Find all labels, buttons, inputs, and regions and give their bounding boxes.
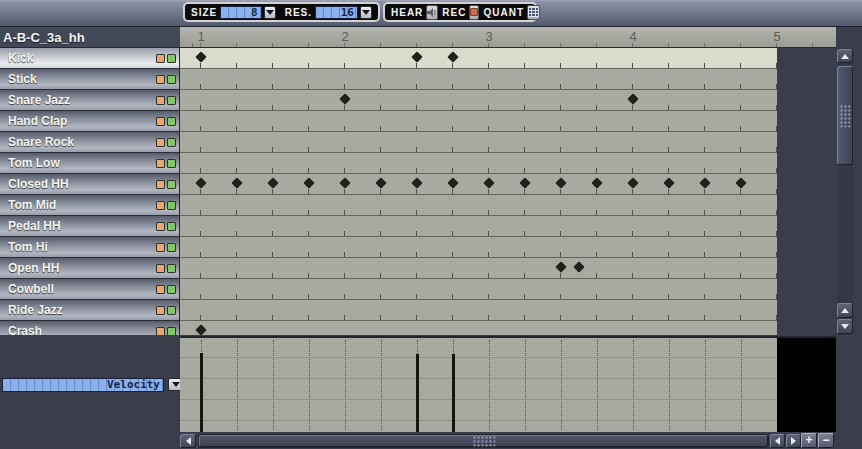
note-grid-row[interactable] <box>180 132 777 153</box>
scroll-left-button-right[interactable] <box>770 434 785 448</box>
note-grid-row[interactable] <box>180 321 777 335</box>
note[interactable] <box>519 177 530 188</box>
solo-button[interactable] <box>167 285 176 294</box>
mute-button[interactable] <box>156 54 165 63</box>
mute-button[interactable] <box>156 327 165 336</box>
note-grid-row[interactable] <box>180 111 777 132</box>
mute-button[interactable] <box>156 285 165 294</box>
solo-button[interactable] <box>167 138 176 147</box>
note[interactable] <box>339 177 350 188</box>
mute-button[interactable] <box>156 96 165 105</box>
note[interactable] <box>411 177 422 188</box>
note[interactable] <box>231 177 242 188</box>
vertical-scrollbar-thumb[interactable] <box>837 66 853 165</box>
note-grid[interactable] <box>180 48 777 335</box>
timeline-ruler[interactable]: 12345 <box>180 27 836 48</box>
note-grid-row[interactable] <box>180 300 777 321</box>
size-value-lcd[interactable]: 8 <box>220 6 261 19</box>
instrument-row[interactable]: Stick <box>0 69 180 90</box>
instrument-row[interactable]: Pedal HH <box>0 216 180 237</box>
zoom-in-button[interactable]: + <box>801 433 817 448</box>
mute-button[interactable] <box>156 222 165 231</box>
note[interactable] <box>555 177 566 188</box>
instrument-row[interactable]: Tom Hi <box>0 237 180 258</box>
record-events-button[interactable] <box>469 5 479 20</box>
solo-button[interactable] <box>167 243 176 252</box>
note-grid-row[interactable] <box>180 195 777 216</box>
note[interactable] <box>627 93 638 104</box>
instrument-row[interactable]: Kick <box>0 48 180 69</box>
note[interactable] <box>447 51 458 62</box>
instrument-row[interactable]: Open HH <box>0 258 180 279</box>
instrument-row[interactable]: Tom Mid <box>0 195 180 216</box>
note-grid-row[interactable] <box>180 258 777 279</box>
note[interactable] <box>303 177 314 188</box>
note[interactable] <box>699 177 710 188</box>
instrument-row[interactable]: Ride Jazz <box>0 300 180 321</box>
horizontal-scrollbar-track[interactable] <box>198 434 769 448</box>
note-grid-row[interactable] <box>180 237 777 258</box>
solo-button[interactable] <box>167 54 176 63</box>
note[interactable] <box>195 324 206 335</box>
note-grid-row[interactable] <box>180 48 777 69</box>
solo-button[interactable] <box>167 306 176 315</box>
res-value-lcd[interactable]: 16 <box>315 6 358 19</box>
velocity-editor[interactable] <box>180 336 777 432</box>
note-grid-row[interactable] <box>180 90 777 111</box>
hear-notes-button[interactable] <box>426 5 438 20</box>
solo-button[interactable] <box>167 117 176 126</box>
scroll-right-button[interactable] <box>786 434 801 448</box>
solo-button[interactable] <box>167 327 176 336</box>
mute-button[interactable] <box>156 75 165 84</box>
scroll-up-button[interactable] <box>837 49 853 63</box>
note-property-lcd[interactable]: Velocity <box>2 378 164 392</box>
mute-button[interactable] <box>156 117 165 126</box>
scroll-left-button[interactable] <box>180 434 196 448</box>
instrument-row[interactable]: Crash <box>0 321 180 335</box>
instrument-row[interactable]: Snare Jazz <box>0 90 180 111</box>
note-grid-row[interactable] <box>180 216 777 237</box>
mute-button[interactable] <box>156 180 165 189</box>
note[interactable] <box>267 177 278 188</box>
note-grid-row[interactable] <box>180 279 777 300</box>
instrument-row[interactable]: Hand Clap <box>0 111 180 132</box>
instrument-row[interactable]: Closed HH <box>0 174 180 195</box>
note[interactable] <box>573 261 584 272</box>
size-dropdown-button[interactable] <box>264 6 276 19</box>
velocity-bar[interactable] <box>416 354 419 432</box>
horizontal-scrollbar-thumb[interactable] <box>199 435 768 447</box>
solo-button[interactable] <box>167 159 176 168</box>
instrument-row[interactable]: Tom Low <box>0 153 180 174</box>
note[interactable] <box>483 177 494 188</box>
note[interactable] <box>627 177 638 188</box>
note[interactable] <box>195 177 206 188</box>
velocity-bar[interactable] <box>452 354 455 432</box>
solo-button[interactable] <box>167 180 176 189</box>
note[interactable] <box>195 51 206 62</box>
solo-button[interactable] <box>167 264 176 273</box>
note[interactable] <box>555 261 566 272</box>
solo-button[interactable] <box>167 96 176 105</box>
mute-button[interactable] <box>156 306 165 315</box>
note[interactable] <box>375 177 386 188</box>
instrument-row[interactable]: Snare Rock <box>0 132 180 153</box>
mute-button[interactable] <box>156 264 165 273</box>
note-grid-row[interactable] <box>180 153 777 174</box>
note-grid-row[interactable] <box>180 69 777 90</box>
note[interactable] <box>591 177 602 188</box>
solo-button[interactable] <box>167 201 176 210</box>
mute-button[interactable] <box>156 159 165 168</box>
scroll-down-button[interactable] <box>837 319 853 334</box>
solo-button[interactable] <box>167 222 176 231</box>
note[interactable] <box>411 51 422 62</box>
note[interactable] <box>663 177 674 188</box>
solo-button[interactable] <box>167 75 176 84</box>
zoom-out-button[interactable]: − <box>818 433 834 448</box>
velocity-bar[interactable] <box>200 353 203 432</box>
quantize-events-button[interactable] <box>527 5 540 20</box>
mute-button[interactable] <box>156 138 165 147</box>
res-dropdown-button[interactable] <box>360 6 372 19</box>
note[interactable] <box>735 177 746 188</box>
instrument-row[interactable]: Cowbell <box>0 279 180 300</box>
scroll-up-button-bottom[interactable] <box>837 303 853 318</box>
